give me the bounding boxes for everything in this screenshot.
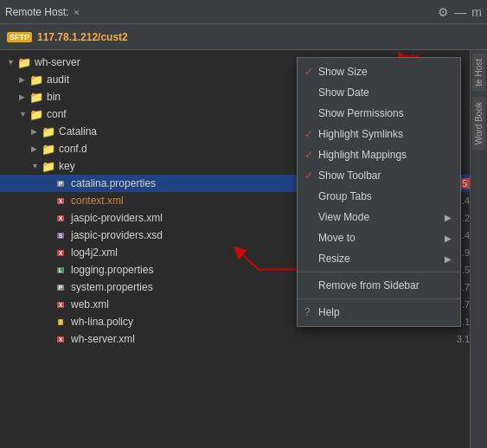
menu-item-highlight-symlinks[interactable]: ✓ Highlight Symlinks xyxy=(298,124,460,144)
submenu-arrow-icon: ▶ xyxy=(445,254,452,264)
menu-item-show-size[interactable]: ✓ Show Size xyxy=(298,61,460,82)
menu-item-view-mode[interactable]: View Mode ▶ xyxy=(298,207,460,227)
menu-item-show-date[interactable]: Show Date xyxy=(298,82,460,103)
menu-label: Resize xyxy=(318,253,445,265)
checkmark-icon: ✓ xyxy=(304,170,318,182)
chevron-icon: ▼ xyxy=(7,58,17,67)
file-icon-xml: X xyxy=(54,195,67,207)
chevron-icon: ▶ xyxy=(31,144,42,153)
tab-close-icon[interactable]: × xyxy=(74,7,79,17)
dropdown-menu: ✓ Show Size Show Date Show Permissions ✓… xyxy=(297,57,461,327)
host-path: 117.78.1.212/cust2 xyxy=(37,31,128,43)
tab-bar-icons: ⚙ — m xyxy=(438,5,482,19)
menu-label: Group Tabs xyxy=(318,190,452,202)
main-container: Remote Host: × ⚙ — m SFTP 117.78.1.212/c… xyxy=(0,0,487,448)
gear-icon[interactable]: ⚙ xyxy=(438,5,449,19)
menu-item-highlight-mappings[interactable]: ✓ Highlight Mappings xyxy=(298,144,460,165)
menu-label: Show Permissions xyxy=(318,107,452,119)
menu-item-help[interactable]: ? Help xyxy=(298,302,460,323)
checkmark-icon: ✓ xyxy=(304,128,318,140)
sidebar-tab-remote-host[interactable]: te Host xyxy=(472,54,485,92)
chevron-icon: ▶ xyxy=(19,75,29,84)
tab-label: Remote Host: xyxy=(5,6,68,18)
menu-item-resize[interactable]: Resize ▶ xyxy=(298,248,460,269)
file-icon-xml: X xyxy=(54,298,67,310)
extra-icon[interactable]: m xyxy=(471,5,482,19)
sidebar-tab-word-book[interactable]: Word Book xyxy=(472,97,485,150)
submenu-arrow-icon: ▶ xyxy=(445,234,452,243)
folder-closed-icon: 📁 xyxy=(29,74,43,86)
right-sidebar: te Host Word Book xyxy=(470,50,487,448)
menu-label: Show Toolbar xyxy=(318,170,452,182)
file-icon-xsd: S xyxy=(54,229,67,241)
menu-item-remove-sidebar[interactable]: Remove from Sidebar xyxy=(298,275,460,296)
folder-closed-icon: 📁 xyxy=(42,125,55,138)
question-mark-icon: ? xyxy=(304,306,318,318)
menu-item-move-to[interactable]: Move to ▶ xyxy=(298,227,460,248)
submenu-arrow-icon: ▶ xyxy=(445,213,452,222)
menu-label: Highlight Symlinks xyxy=(318,128,452,140)
menu-separator xyxy=(298,272,460,272)
menu-label: Show Date xyxy=(318,86,452,99)
chevron-icon: ▶ xyxy=(31,127,42,136)
item-name: wh-server.xml xyxy=(71,333,440,345)
chevron-icon: ▼ xyxy=(19,110,29,118)
file-panel: ▼ 📁 wh-server ▶ 📁 audit ▶ 📁 bin ▼ 📁 conf xyxy=(0,50,487,448)
file-icon-xml: X xyxy=(54,246,67,259)
minimize-icon[interactable]: — xyxy=(454,5,466,19)
file-icon-xml: X xyxy=(54,212,67,224)
checkmark-icon: ✓ xyxy=(304,66,318,78)
tree-item-wh-server-xml[interactable]: X wh-server.xml 3.1 kB xyxy=(0,330,487,348)
menu-item-show-permissions[interactable]: Show Permissions xyxy=(298,103,460,124)
menu-separator-2 xyxy=(298,298,460,299)
folder-open-icon: 📁 xyxy=(29,108,43,121)
menu-label: Help xyxy=(318,306,452,318)
checkmark-icon: ✓ xyxy=(304,149,318,161)
file-icon-props: P xyxy=(54,281,67,293)
menu-label: Highlight Mappings xyxy=(318,149,452,161)
menu-item-show-toolbar[interactable]: ✓ Show Toolbar xyxy=(298,165,460,186)
tab-bar: Remote Host: × ⚙ — m xyxy=(0,0,487,24)
menu-item-group-tabs[interactable]: Group Tabs xyxy=(298,186,460,207)
folder-open-icon: 📁 xyxy=(17,56,31,69)
file-icon-policy: ! xyxy=(54,316,67,328)
menu-label: View Mode xyxy=(318,211,445,223)
host-bar: SFTP 117.78.1.212/cust2 xyxy=(0,24,487,50)
folder-open-icon: 📁 xyxy=(42,160,55,173)
sftp-badge: SFTP xyxy=(7,32,32,42)
menu-label: Move to xyxy=(318,232,445,244)
menu-label: Show Size xyxy=(318,66,452,78)
file-icon-props: P xyxy=(54,177,67,189)
chevron-icon: ▼ xyxy=(31,162,42,170)
folder-closed-icon: 📁 xyxy=(29,91,43,104)
file-icon-xml: X xyxy=(54,333,67,345)
folder-closed-icon: 📁 xyxy=(42,143,55,156)
file-icon-log: L xyxy=(54,264,67,276)
chevron-icon: ▶ xyxy=(19,93,29,101)
menu-label: Remove from Sidebar xyxy=(318,279,452,291)
